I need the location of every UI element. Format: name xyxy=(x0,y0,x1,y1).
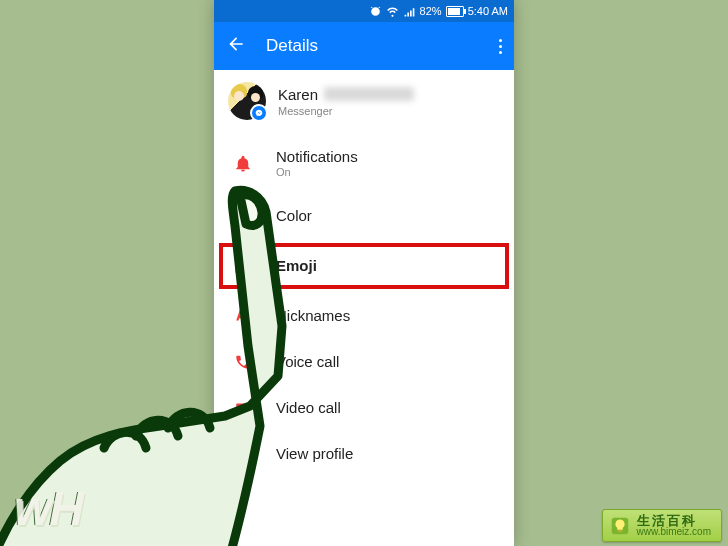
row-emoji[interactable]: Emoji xyxy=(214,239,514,293)
nicknames-label: Nicknames xyxy=(276,307,350,325)
lamp-icon xyxy=(609,515,631,537)
messenger-badge-icon xyxy=(250,104,268,122)
status-time: 5:40 AM xyxy=(468,5,508,17)
color-label: Color xyxy=(276,207,312,225)
view-profile-label: View profile xyxy=(276,445,353,463)
row-notifications[interactable]: Notifications On xyxy=(214,134,514,193)
row-color[interactable]: Color xyxy=(214,193,514,239)
battery-percent: 82% xyxy=(420,5,442,17)
watermark-url: www.bimeiz.com xyxy=(637,527,711,537)
svg-rect-1 xyxy=(617,530,622,532)
video-call-label: Video call xyxy=(276,399,341,417)
contact-surname-redacted xyxy=(324,87,414,101)
phone-icon xyxy=(232,353,254,371)
thumbs-up-icon xyxy=(232,257,254,275)
row-video-call[interactable]: Video call xyxy=(214,385,514,431)
video-icon xyxy=(232,399,254,417)
contact-subtitle: Messenger xyxy=(278,105,414,117)
contact-name: Karen xyxy=(278,86,318,103)
bell-icon xyxy=(232,155,254,173)
alarm-icon xyxy=(369,5,382,18)
notifications-sub: On xyxy=(276,166,358,179)
signal-icon xyxy=(403,5,416,18)
notifications-label: Notifications xyxy=(276,148,358,166)
voice-call-label: Voice call xyxy=(276,353,339,371)
battery-icon xyxy=(446,6,464,17)
emoji-label: Emoji xyxy=(276,257,317,275)
overflow-menu-icon[interactable] xyxy=(499,33,502,60)
avatar xyxy=(228,82,266,120)
app-bar: Details xyxy=(214,22,514,70)
palette-icon xyxy=(232,207,254,225)
page-title: Details xyxy=(266,36,479,56)
row-voice-call[interactable]: Voice call xyxy=(214,339,514,385)
status-bar: 82% 5:40 AM xyxy=(214,0,514,22)
row-view-profile[interactable]: View profile xyxy=(214,431,514,477)
watermark-right: 生活百科 www.bimeiz.com xyxy=(602,509,722,542)
wifi-icon xyxy=(386,5,399,18)
back-icon[interactable] xyxy=(226,34,246,58)
watermark-left: wH xyxy=(14,481,82,536)
aa-icon xyxy=(232,307,254,325)
row-nicknames[interactable]: Nicknames xyxy=(214,293,514,339)
phone-frame: 82% 5:40 AM Details Karen Messenger xyxy=(214,0,514,546)
contact-header[interactable]: Karen Messenger xyxy=(214,70,514,134)
emoji-highlight xyxy=(219,243,509,289)
facebook-icon xyxy=(232,445,254,463)
